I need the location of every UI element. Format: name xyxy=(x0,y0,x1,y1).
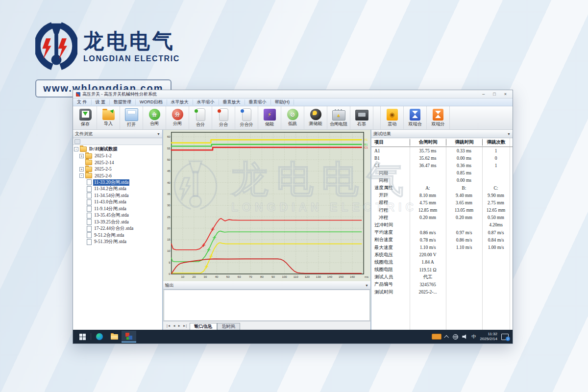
toolbar-close-open-button[interactable]: 合分 xyxy=(189,106,212,129)
tree-file-item[interactable]: 13-39.25合分.stda xyxy=(73,219,162,226)
tree-file-item[interactable]: 17-22.44分合分.stda xyxy=(73,225,162,232)
tab-nav-arrow[interactable]: ►| xyxy=(183,324,187,327)
result-label: 产品编号 xyxy=(371,281,410,288)
menu-item-8[interactable]: 帮助(H) xyxy=(271,99,294,105)
expander-icon[interactable]: - xyxy=(74,147,78,151)
tree-folder-item[interactable]: -D:\H测试数据 xyxy=(73,146,162,153)
network-icon[interactable] xyxy=(453,334,458,340)
expander-icon[interactable]: + xyxy=(79,167,84,172)
toolbar-dual-open-button[interactable]: 双端分 xyxy=(427,106,450,129)
toolbar-open-button[interactable]: 打开 xyxy=(120,106,143,129)
tree-item-label: 13-39.25合分.stda xyxy=(93,219,130,225)
tree-item-label: 11-9.14分闸.stda xyxy=(93,206,127,212)
tab-nav-arrow[interactable]: |◄ xyxy=(167,324,171,327)
tree-item-label: 11-43.0合闸.stda xyxy=(93,199,127,205)
menu-item-0[interactable]: 文 件 xyxy=(73,99,92,105)
file-icon xyxy=(87,219,92,225)
menu-item-6[interactable]: 垂直放大 xyxy=(219,99,245,105)
start-button[interactable] xyxy=(75,331,90,343)
result-row: 系统电压220.00 V xyxy=(371,251,513,259)
svg-text:C1: C1 xyxy=(364,146,368,149)
tree-folder-item[interactable]: +2025-2-5 xyxy=(73,166,162,173)
tab-1[interactable]: 总时间 xyxy=(217,323,240,330)
toolbar-button-label: 储能 xyxy=(265,121,274,127)
tree-item-label: 2025-2-6 xyxy=(94,173,113,178)
result-value-a: 12.85 mm xyxy=(410,208,446,213)
tray-app-icon[interactable] xyxy=(432,334,441,340)
tray-expand-icon[interactable] xyxy=(444,335,449,340)
result-row: 测试时间2025-2-... xyxy=(371,289,513,296)
expander-icon[interactable]: + xyxy=(79,154,84,158)
toolbar-open-close-open-button[interactable]: 分合分 xyxy=(235,106,258,129)
tree-folder-item[interactable]: +2025-1-2 xyxy=(73,153,162,160)
toolbar-measure-energy-button[interactable]: 测储能 xyxy=(304,106,327,129)
close-button[interactable]: × xyxy=(504,92,507,97)
toolbar-close-op-button[interactable]: 合合闸 xyxy=(143,106,166,129)
save-icon xyxy=(79,109,92,121)
toolbar-button-label: 测储能 xyxy=(309,121,322,127)
tree-file-item[interactable]: 11-34.2合闸.stda xyxy=(73,186,162,193)
tree-file-item[interactable]: 11-33.20合闸.stda xyxy=(73,179,162,186)
tree-file-item[interactable]: 9-51.2合闸.stda xyxy=(73,232,162,239)
menu-item-3[interactable]: WORD归档 xyxy=(136,99,167,105)
result-label: 同期 xyxy=(371,170,410,176)
volume-icon[interactable] xyxy=(462,334,467,340)
file-icon xyxy=(87,239,92,245)
toolbar-closing-resistor-button[interactable]: ▲合闸电阻 xyxy=(327,106,350,129)
menu-item-7[interactable]: 垂直缩小 xyxy=(245,99,271,105)
tab-0[interactable]: 断口信息 xyxy=(190,323,217,330)
dropdown-icon[interactable]: ▼ xyxy=(365,284,368,287)
tab-nav-arrow[interactable]: ► xyxy=(178,324,181,327)
ime-indicator[interactable]: 中 xyxy=(471,334,476,340)
file-explorer-button[interactable] xyxy=(107,331,122,343)
menu-item-1[interactable]: 设 置 xyxy=(92,99,110,105)
edge-browser-button[interactable] xyxy=(92,331,107,343)
graphite-icon xyxy=(355,110,368,121)
dropdown-icon[interactable]: ▼ xyxy=(157,132,160,136)
tree-folder-item[interactable]: 2025-2-14 xyxy=(73,159,162,166)
svg-text:35: 35 xyxy=(167,192,171,196)
toolbar-open-op-button[interactable]: 分分闸 xyxy=(166,106,189,129)
tab-nav-arrow[interactable]: ◄ xyxy=(172,324,175,327)
folder-icon xyxy=(85,173,92,178)
tree-file-item[interactable]: 11-34.54分闸.stda xyxy=(73,193,162,199)
tree-file-item[interactable]: 11-9.14分闸.stda xyxy=(73,206,162,213)
toolbar-save-button[interactable]: 保存 xyxy=(74,106,97,129)
menu-item-2[interactable]: 数据管理 xyxy=(110,99,136,105)
menu-item-4[interactable]: 水平放大 xyxy=(167,99,193,105)
window-title: 高压开关 - 高压开关机械特性分析系统 xyxy=(82,91,157,98)
expander-icon[interactable]: - xyxy=(79,173,84,178)
result-label: 刚合速度 xyxy=(371,237,410,243)
minimize-button[interactable]: – xyxy=(482,92,485,97)
toolbar: 保存导入打开合合闸分分闸合分分合分合分⚡储能⊘低跳测储能▲合闸电阻石墨◉震动双端… xyxy=(73,106,513,130)
tab-nav-arrows[interactable]: |◄◄►►| xyxy=(165,321,189,330)
clock[interactable]: 11:32 2025/2/14 xyxy=(480,332,497,342)
results-header-row: 项目合闸时间弹跳时间弹跳次数 xyxy=(371,138,513,147)
toolbar-energy-store-button[interactable]: ⚡储能 xyxy=(258,106,281,129)
tree-folder-item[interactable]: -2025-2-6 xyxy=(73,172,162,179)
menu-item-5[interactable]: 水平缩小 xyxy=(193,99,219,105)
result-row: 过冲时间4.20ms xyxy=(371,221,513,229)
toolbar-import-button[interactable]: 导入 xyxy=(97,106,120,129)
tree-file-item[interactable]: 11-43.0合闸.stda xyxy=(73,199,162,206)
notification-icon[interactable]: 2 xyxy=(501,334,509,340)
waveform-chart[interactable]: 0510152025303540455055601020304050607080… xyxy=(163,130,370,281)
toolbar-low-trip-button[interactable]: ⊘低跳 xyxy=(281,106,304,129)
toolbar-open-close-button[interactable]: 分合 xyxy=(212,106,235,129)
mini-folder-icon[interactable] xyxy=(74,139,80,144)
tree-file-item[interactable]: 9-51.39分闸.stda xyxy=(73,239,162,245)
output-console[interactable] xyxy=(164,290,370,321)
dropdown-icon[interactable]: ▼ xyxy=(507,132,511,136)
toolbar-vibration-button[interactable]: ◉震动 xyxy=(380,106,404,129)
tree-file-item[interactable]: 13-35.45合闸.stda xyxy=(73,212,162,219)
accent-dot-icon xyxy=(241,109,244,113)
main-area: 文件浏览 ▼ -D:\H测试数据+2025-1-22025-2-14+2025-… xyxy=(73,130,513,330)
file-browser-toolbar xyxy=(73,138,162,145)
result-label: 同相 xyxy=(371,177,410,184)
toolbar-graphite-button[interactable]: 石墨 xyxy=(350,106,373,129)
analyzer-app-button[interactable] xyxy=(122,331,136,343)
result-row: 冲程0.20 mm0.20 mm0.50 mm xyxy=(371,214,513,221)
toolbar-dual-close-button[interactable]: 双端合 xyxy=(404,106,427,129)
window-titlebar[interactable]: 高压开关 - 高压开关机械特性分析系统 – □ × xyxy=(73,90,513,98)
maximize-button[interactable]: □ xyxy=(493,92,495,97)
